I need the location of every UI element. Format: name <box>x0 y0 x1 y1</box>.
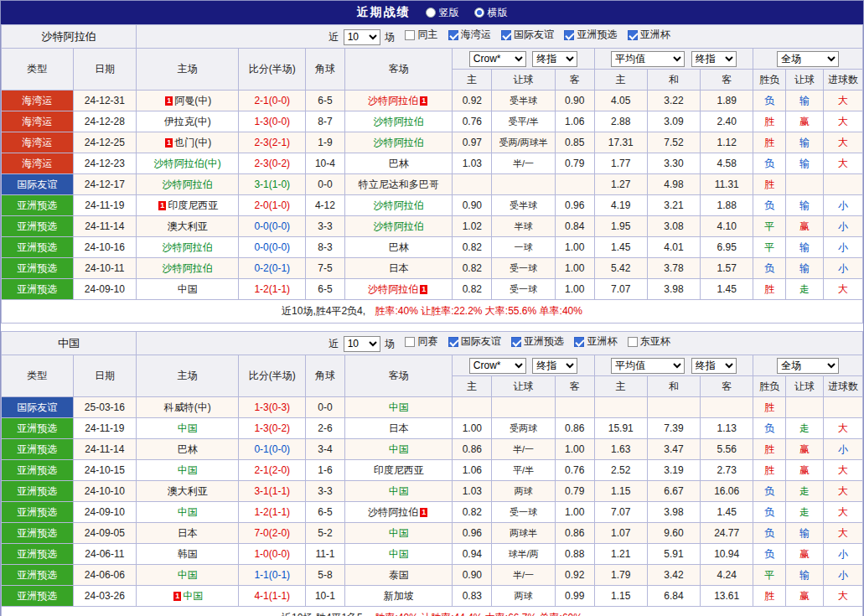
away-team[interactable]: 沙特阿拉伯 <box>344 216 452 237</box>
away-team[interactable]: 日本 <box>344 258 452 279</box>
home-team[interactable]: 巴林 <box>137 439 239 460</box>
checkbox-label: 国际友谊 <box>514 28 554 42</box>
avg-final-odds-select[interactable]: 终指 <box>691 358 737 374</box>
recent-count-select[interactable]: 10 <box>344 29 380 45</box>
final-odds-select[interactable]: 终指 <box>532 51 577 67</box>
result-handicap: 走 <box>786 418 824 439</box>
home-team[interactable]: 沙特阿拉伯 <box>137 174 239 195</box>
odds-home: 0.82 <box>453 237 492 258</box>
home-team[interactable]: 中国 <box>137 565 239 586</box>
corners: 3-4 <box>306 439 345 460</box>
red-card-badge: 1 <box>420 285 427 294</box>
home-team[interactable]: 科威特(中) <box>137 397 239 418</box>
away-team[interactable]: 沙特阿拉伯1 <box>344 91 452 111</box>
avg-final-odds-select[interactable]: 终指 <box>691 51 737 67</box>
home-team[interactable]: 1也门(中) <box>137 132 239 153</box>
away-team[interactable]: 中国 <box>344 439 452 460</box>
result-goals: 小 <box>823 258 862 279</box>
layout-radio-vertical[interactable]: 竖版 <box>426 6 459 20</box>
home-team[interactable]: 澳大利亚 <box>137 216 239 237</box>
away-team[interactable]: 沙特阿拉伯 <box>344 111 452 132</box>
filter-checkbox-asian-qualifier[interactable]: 亚洲预选 <box>564 28 617 42</box>
col-odds-handicap: 让球 <box>492 376 555 397</box>
average-group-header: 平均值 终指 <box>594 355 753 376</box>
home-team[interactable]: 日本 <box>137 523 239 544</box>
layout-radio-horizontal[interactable]: 横版 <box>474 6 508 20</box>
filter-checkbox-asian-cup[interactable]: 亚洲杯 <box>628 28 670 42</box>
filter-checkbox-gulf-cup[interactable]: 海湾运 <box>448 28 491 42</box>
away-team[interactable]: 特立尼达和多巴哥 <box>344 174 452 195</box>
away-team[interactable]: 中国 <box>344 397 452 418</box>
home-team[interactable]: 1阿曼(中) <box>137 91 239 111</box>
filter-checkbox-same-home[interactable]: 同主 <box>405 28 437 42</box>
avg-draw <box>647 397 700 418</box>
odds-away: 0.90 <box>555 91 594 111</box>
final-odds-select[interactable]: 终指 <box>532 358 577 374</box>
away-team[interactable]: 印度尼西亚 <box>344 460 452 481</box>
match-type-badge: 亚洲预选 <box>2 195 74 216</box>
filter-checkbox-east-asian-cup[interactable]: 东亚杯 <box>628 334 670 349</box>
average-select[interactable]: 平均值 <box>611 358 685 374</box>
away-team[interactable]: 日本 <box>344 418 452 439</box>
odds-handicap: 受半球 <box>492 91 555 111</box>
bookmaker-select[interactable]: Crow* <box>469 358 526 374</box>
score: 1-0(0-0) <box>239 544 306 565</box>
checkbox-label: 亚洲杯 <box>640 28 670 42</box>
home-team[interactable]: 沙特阿拉伯(中) <box>137 153 239 174</box>
fullmatch-select[interactable]: 全场 <box>777 51 839 67</box>
avg-home <box>594 397 647 418</box>
home-team[interactable]: 中国 <box>137 502 239 523</box>
away-team[interactable]: 中国 <box>344 523 452 544</box>
filter-checkbox-intl-friendly[interactable]: 国际友谊 <box>501 28 554 42</box>
home-team[interactable]: 1中国 <box>137 586 239 607</box>
filter-checkbox-same-competition[interactable]: 同赛 <box>405 334 437 349</box>
home-team[interactable]: 韩国 <box>137 544 239 565</box>
home-team[interactable]: 中国 <box>137 460 239 481</box>
average-select[interactable]: 平均值 <box>611 51 685 67</box>
table-row: 亚洲预选 24-09-10 中国 1-2(1-1) 6-5 沙特阿拉伯1 0.8… <box>2 279 863 300</box>
odds-handicap <box>492 397 555 418</box>
recent-count-select[interactable]: 10 <box>344 336 380 352</box>
home-team[interactable]: 1印度尼西亚 <box>137 195 239 216</box>
checkbox-label: 同赛 <box>417 334 437 349</box>
odds-home: 1.02 <box>453 216 492 237</box>
filter-checkbox-asian-cup[interactable]: 亚洲杯 <box>574 334 617 349</box>
odds-handicap: 受一球 <box>492 258 555 279</box>
avg-home: 4.05 <box>594 91 647 111</box>
result-handicap: 赢 <box>786 111 824 132</box>
col-odds-home: 主 <box>453 70 492 91</box>
fullmatch-select[interactable]: 全场 <box>777 358 839 374</box>
filter-checkbox-asian-qualifier[interactable]: 亚洲预选 <box>511 334 564 349</box>
away-team[interactable]: 巴林 <box>344 237 452 258</box>
home-team[interactable]: 中国 <box>137 279 239 300</box>
away-team[interactable]: 中国 <box>344 544 452 565</box>
away-team[interactable]: 新加坡 <box>344 586 452 607</box>
result-handicap: 赢 <box>786 544 824 565</box>
match-type-badge: 亚洲预选 <box>2 544 74 565</box>
avg-draw: 6.84 <box>647 586 700 607</box>
score: 3-1(1-0) <box>239 174 306 195</box>
match-type-badge: 亚洲预选 <box>2 502 74 523</box>
header-bar: 近期战绩 竖版 横版 <box>1 1 863 24</box>
home-team[interactable]: 伊拉克(中) <box>137 111 239 132</box>
home-team[interactable]: 澳大利亚 <box>137 481 239 502</box>
avg-draw: 3.08 <box>647 216 700 237</box>
away-team[interactable]: 沙特阿拉伯 <box>344 132 452 153</box>
away-team[interactable]: 沙特阿拉伯 <box>344 195 452 216</box>
match-type-badge: 国际友谊 <box>2 174 74 195</box>
checkbox-label: 国际友谊 <box>461 334 501 349</box>
filter-checkbox-intl-friendly[interactable]: 国际友谊 <box>448 334 501 349</box>
away-team[interactable]: 沙特阿拉伯1 <box>344 279 452 300</box>
col-date: 日期 <box>73 355 136 397</box>
away-team[interactable]: 中国 <box>344 481 452 502</box>
home-team[interactable]: 沙特阿拉伯 <box>137 237 239 258</box>
away-team[interactable]: 沙特阿拉伯1 <box>344 502 452 523</box>
match-date: 24-11-19 <box>73 418 136 439</box>
away-team[interactable]: 泰国 <box>344 565 452 586</box>
home-team[interactable]: 中国 <box>137 418 239 439</box>
away-team[interactable]: 巴林 <box>344 153 452 174</box>
result-goals: 大 <box>823 279 862 300</box>
result-goals: 小 <box>823 237 862 258</box>
home-team[interactable]: 沙特阿拉伯 <box>137 258 239 279</box>
bookmaker-select[interactable]: Crow* <box>469 51 526 67</box>
